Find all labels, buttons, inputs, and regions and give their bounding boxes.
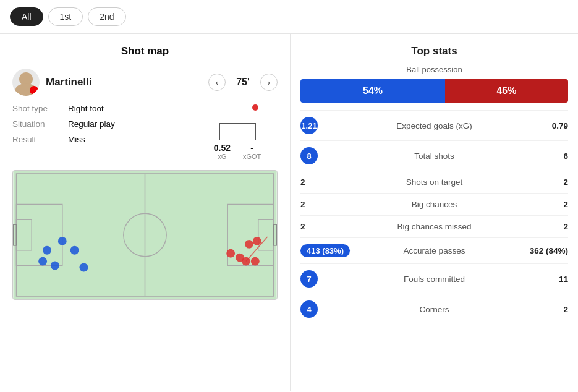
situation-row: Situation Regular play: [12, 116, 197, 132]
home-badge-pill: 413 (83%): [300, 244, 350, 257]
shot-map-title: Shot map: [0, 34, 290, 64]
svg-point-12: [38, 257, 47, 266]
stat-away: 11: [519, 275, 568, 284]
stat-home: 7: [300, 270, 350, 288]
shot-type-label: Shot type: [12, 104, 68, 113]
left-panel: Shot map Martinelli ‹ 75' › Shot type Ri…: [0, 34, 291, 391]
home-value: 2: [300, 222, 305, 231]
possession-label: Ball possession: [300, 65, 568, 74]
stat-label: Big chances: [350, 200, 519, 209]
stat-away: 2: [519, 200, 568, 209]
home-badge-circle: 7: [300, 270, 318, 288]
stat-home: 413 (83%): [300, 244, 350, 257]
stat-away: 2: [519, 177, 568, 187]
goal-diagram: [213, 103, 262, 140]
svg-point-10: [58, 237, 67, 245]
stat-label: Total shots: [350, 151, 519, 161]
stat-row: 8 Total shots 6: [300, 140, 568, 171]
stat-away: 362 (84%): [519, 246, 568, 255]
stat-row: 2 Big chances 2: [300, 193, 568, 215]
stat-label: Expected goals (xG): [350, 121, 519, 130]
stat-label: Corners: [350, 305, 519, 314]
avatar: [12, 69, 40, 96]
stat-label: Shots on target: [350, 177, 519, 187]
stat-home: 2: [300, 177, 350, 187]
shot-type-value: Right foot: [68, 104, 104, 113]
stat-away: 0.79: [519, 121, 568, 130]
stat-home: 2: [300, 200, 350, 209]
xgot-number: -: [243, 143, 261, 153]
arsenal-badge: [30, 86, 38, 95]
stat-row: 413 (83%) Accurate passes 362 (84%): [300, 237, 568, 263]
shot-dot: [252, 104, 258, 111]
home-badge-circle: 1.21: [300, 117, 318, 134]
stat-away: 2: [519, 305, 568, 314]
stat-row: 7 Fouls committed 11: [300, 263, 568, 294]
tab-2nd[interactable]: 2nd: [88, 7, 125, 26]
tab-all[interactable]: All: [10, 7, 43, 26]
stat-row: 2 Shots on target 2: [300, 171, 568, 193]
xg-number: 0.52: [214, 143, 231, 153]
stat-home: 4: [300, 300, 350, 318]
xg-values-row: 0.52 xG - xGOT: [214, 143, 261, 160]
home-value: 2: [300, 177, 305, 187]
stat-row: 1.21 Expected goals (xG) 0.79: [300, 110, 568, 140]
field-svg: [13, 171, 277, 299]
stat-away: 2: [519, 222, 568, 231]
top-stats-title: Top stats: [300, 34, 568, 65]
player-name: Martinelli: [46, 76, 202, 88]
svg-point-16: [245, 240, 253, 249]
situation-label: Situation: [12, 119, 68, 129]
svg-point-15: [80, 263, 88, 272]
stat-row: 2 Big chances missed 2: [300, 215, 568, 237]
player-row: Martinelli ‹ 75' ›: [0, 64, 290, 101]
svg-point-17: [253, 237, 261, 245]
next-arrow[interactable]: ›: [260, 74, 278, 91]
tab-1st[interactable]: 1st: [48, 7, 83, 26]
stat-label: Accurate passes: [350, 246, 519, 255]
goal-posts: [219, 123, 256, 140]
stat-home: 2: [300, 222, 350, 231]
svg-point-13: [51, 262, 59, 270]
xgot-value-item: - xGOT: [243, 143, 261, 160]
svg-point-21: [236, 254, 244, 262]
possession-away: 46%: [445, 79, 568, 103]
svg-point-14: [70, 246, 79, 255]
prev-arrow[interactable]: ‹: [208, 74, 226, 91]
home-badge-circle: 4: [300, 300, 318, 318]
svg-point-20: [251, 257, 260, 266]
stat-label: Fouls committed: [350, 275, 519, 284]
right-panel: Top stats Ball possession 54% 46% 1.21 E…: [291, 34, 578, 391]
stat-home: 1.21: [300, 117, 350, 134]
stat-row: 4 Corners 2: [300, 294, 568, 324]
minute-label: 75': [232, 77, 254, 88]
xg-value-item: 0.52 xG: [214, 143, 231, 160]
home-value: 2: [300, 200, 305, 209]
stat-away: 6: [519, 151, 568, 161]
xgot-sublabel: xGOT: [243, 153, 261, 160]
svg-point-18: [226, 249, 235, 258]
main-content: Shot map Martinelli ‹ 75' › Shot type Ri…: [0, 34, 578, 391]
home-badge-circle: 8: [300, 147, 318, 164]
xg-section: 0.52 xG - xGOT: [197, 101, 278, 160]
possession-home: 54%: [300, 79, 445, 103]
situation-value: Regular play: [68, 119, 115, 129]
stats-container: 1.21 Expected goals (xG) 0.79 8 Total sh…: [300, 110, 568, 324]
svg-point-11: [43, 246, 51, 255]
stat-label: Big chances missed: [350, 222, 519, 231]
result-row: Result Miss: [12, 132, 197, 147]
result-value: Miss: [68, 135, 85, 144]
possession-bar: 54% 46%: [300, 79, 568, 103]
field-container: [12, 170, 278, 300]
shot-type-row: Shot type Right foot: [12, 101, 197, 116]
xg-sublabel: xG: [214, 153, 231, 160]
result-label: Result: [12, 135, 68, 144]
shot-info: Shot type Right foot Situation Regular p…: [12, 101, 197, 147]
tabs-bar: All 1st 2nd: [0, 0, 578, 34]
stat-home: 8: [300, 147, 350, 164]
